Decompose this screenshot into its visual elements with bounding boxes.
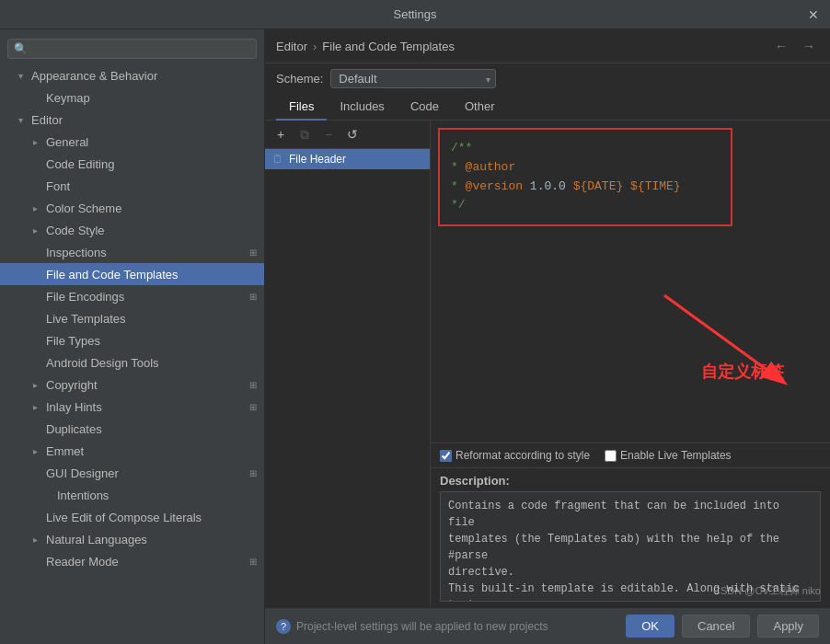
breadcrumb: Editor › File and Code Templates ← → <box>265 29 830 63</box>
template-item-label: File Header <box>289 153 346 166</box>
scheme-label: Scheme: <box>276 72 323 86</box>
sidebar-item-file-encodings[interactable]: File Encodings ⊞ <box>0 285 264 307</box>
tab-code[interactable]: Code <box>398 94 452 121</box>
bottom-bar-buttons: OK Cancel Apply <box>626 615 819 638</box>
window-title: Settings <box>394 7 437 21</box>
sidebar-item-live-edit[interactable]: Live Edit of Compose Literals <box>0 506 264 528</box>
sidebar-item-emmet[interactable]: Emmet <box>0 440 264 462</box>
expand-arrow-color-scheme <box>33 203 46 213</box>
reset-template-button[interactable]: ↺ <box>342 124 363 144</box>
sidebar-item-gui-designer[interactable]: GUI Designer ⊞ <box>0 462 264 484</box>
code-line3-space: 1.0.0 <box>523 179 573 193</box>
scheme-select[interactable]: Default <box>330 69 496 88</box>
add-template-button[interactable]: + <box>271 124 291 144</box>
code-highlight-box: /** * @author * @version 1.0.0 ${DATE} $… <box>438 128 732 226</box>
template-content: + ⧉ − ↺ 🗒 File Header /** * @ <box>265 121 830 607</box>
sidebar-item-code-editing[interactable]: Code Editing <box>0 153 264 175</box>
template-list-pane: + ⧉ − ↺ 🗒 File Header <box>265 121 431 607</box>
sidebar-item-duplicates[interactable]: Duplicates <box>0 418 264 440</box>
settings-sidebar: 🔍 Appearance & Behavior Keymap Editor Ge… <box>0 29 265 644</box>
bottom-bar-info: ? Project-level settings will be applied… <box>276 619 626 634</box>
code-line3-time: ${TIME} <box>630 179 681 193</box>
inspections-badge: ⊞ <box>249 247 257 258</box>
tabs-bar: Files Includes Code Other <box>265 94 830 121</box>
tab-includes[interactable]: Includes <box>327 94 397 121</box>
sidebar-item-intentions[interactable]: Intentions <box>0 484 264 506</box>
nav-forward-button[interactable]: → <box>799 37 819 55</box>
description-text: Contains a code fragment that can be inc… <box>448 498 813 602</box>
file-encodings-badge: ⊞ <box>249 292 257 302</box>
template-item-file-header[interactable]: 🗒 File Header <box>265 149 430 169</box>
main-panel: Editor › File and Code Templates ← → Sch… <box>265 29 830 644</box>
tab-other[interactable]: Other <box>452 94 508 121</box>
close-button[interactable]: ✕ <box>808 7 819 22</box>
info-icon: ? <box>276 619 291 634</box>
expand-arrow-code-style <box>33 225 46 236</box>
sidebar-item-general[interactable]: General <box>0 131 264 153</box>
code-line2-prefix: * <box>451 160 466 174</box>
breadcrumb-separator: › <box>313 40 317 53</box>
expand-arrow-appearance <box>18 71 31 81</box>
sidebar-item-file-and-code-templates[interactable]: File and Code Templates <box>0 263 264 285</box>
sidebar-item-code-style[interactable]: Code Style <box>0 219 264 241</box>
template-item-icon: 🗒 <box>272 153 283 166</box>
breadcrumb-nav: ← → <box>771 37 819 55</box>
breadcrumb-current: File and Code Templates <box>322 40 455 53</box>
title-bar: Settings ✕ <box>0 0 830 29</box>
reformat-option[interactable]: Reformat according to style <box>440 449 590 462</box>
reformat-checkbox[interactable] <box>440 450 452 462</box>
tab-files[interactable]: Files <box>276 94 327 121</box>
remove-template-button[interactable]: − <box>318 124 339 144</box>
expand-arrow-copyright <box>33 380 46 390</box>
enable-live-label: Enable Live Templates <box>620 449 732 462</box>
reader-mode-badge: ⊞ <box>249 557 257 567</box>
code-line2-tag: @author <box>466 160 516 174</box>
breadcrumb-parent: Editor <box>276 40 307 53</box>
copy-template-button[interactable]: ⧉ <box>294 124 315 144</box>
enable-live-checkbox[interactable] <box>605 450 617 462</box>
nav-back-button[interactable]: ← <box>771 37 791 55</box>
description-section: Description: Contains a code fragment th… <box>431 467 830 607</box>
expand-arrow-emmet <box>33 446 46 456</box>
description-label: Description: <box>440 474 821 488</box>
expand-arrow-editor <box>18 115 31 125</box>
info-text: Project-level settings will be applied t… <box>296 620 548 633</box>
sidebar-item-color-scheme[interactable]: Color Scheme <box>0 197 264 219</box>
cancel-button[interactable]: Cancel <box>682 615 750 638</box>
search-icon: 🔍 <box>14 42 28 55</box>
ok-button[interactable]: OK <box>626 615 674 638</box>
inlay-hints-badge: ⊞ <box>249 402 257 412</box>
scheme-row: Scheme: Default ▾ <box>265 63 830 94</box>
sidebar-item-inlay-hints[interactable]: Inlay Hints ⊞ <box>0 396 264 418</box>
sidebar-item-keymap[interactable]: Keymap <box>0 86 264 109</box>
bottom-bar: ? Project-level settings will be applied… <box>265 607 830 644</box>
sidebar-item-live-templates[interactable]: Live Templates <box>0 307 264 329</box>
code-line1: /** <box>451 141 472 155</box>
code-line3-prefix: * <box>451 179 466 193</box>
sidebar-item-file-types[interactable]: File Types <box>0 329 264 351</box>
sidebar-search-box[interactable]: 🔍 <box>7 39 257 59</box>
code-line3-version: @version <box>466 179 523 193</box>
sidebar-item-copyright[interactable]: Copyright ⊞ <box>0 374 264 396</box>
code-editor-area[interactable]: /** * @author * @version 1.0.0 ${DATE} $… <box>431 121 830 443</box>
expand-arrow-natural-languages <box>33 535 46 545</box>
editor-pane: /** * @author * @version 1.0.0 ${DATE} $… <box>431 121 830 607</box>
search-input[interactable] <box>31 42 250 55</box>
svg-line-1 <box>664 295 766 369</box>
sidebar-item-appearance[interactable]: Appearance & Behavior <box>0 64 264 86</box>
bottom-options: Reformat according to style Enable Live … <box>431 443 830 467</box>
reformat-label: Reformat according to style <box>455 449 590 462</box>
copyright-badge: ⊞ <box>249 380 257 390</box>
description-box: Contains a code fragment that can be inc… <box>440 491 821 602</box>
sidebar-item-reader-mode[interactable]: Reader Mode ⊞ <box>0 550 264 572</box>
sidebar-item-font[interactable]: Font <box>0 175 264 197</box>
sidebar-item-editor[interactable]: Editor <box>0 109 264 131</box>
sidebar-item-inspections[interactable]: Inspections ⊞ <box>0 241 264 263</box>
sidebar-item-android-design-tools[interactable]: Android Design Tools <box>0 351 264 374</box>
sidebar-item-natural-languages[interactable]: Natural Languages <box>0 528 264 550</box>
enable-live-option[interactable]: Enable Live Templates <box>605 449 732 462</box>
expand-arrow-general <box>33 137 46 147</box>
template-list: 🗒 File Header <box>265 149 430 607</box>
code-line3-date: ${DATE} <box>573 179 624 193</box>
apply-button[interactable]: Apply <box>757 615 819 638</box>
